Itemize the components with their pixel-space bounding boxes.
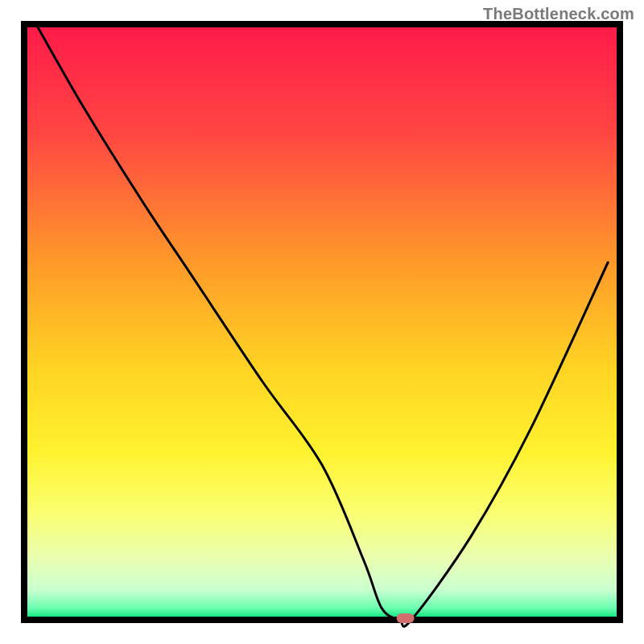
optimal-marker [397, 613, 415, 623]
plot-area [24, 24, 620, 626]
bottleneck-chart [0, 0, 644, 644]
watermark-text: TheBottleneck.com [483, 5, 634, 23]
gradient-background [27, 27, 617, 617]
chart-container: TheBottleneck.com [0, 0, 644, 644]
